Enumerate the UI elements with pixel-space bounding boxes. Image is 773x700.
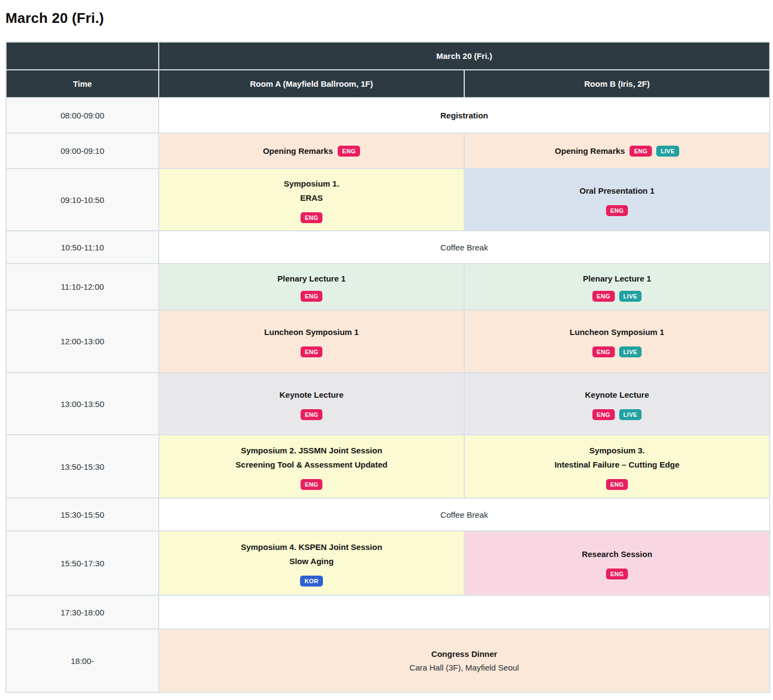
session-title: Opening Remarks [555,146,625,155]
schedule-row: 11:10-12:00 Plenary Lecture 1 ENG Plenar… [6,264,770,310]
time-cell: 12:00-13:00 [6,310,159,373]
page-title: March 20 (Fri.) [5,10,769,27]
session-cell-room-b: Research Session ENG [464,531,770,595]
eng-badge: ENG [301,409,323,420]
session-cell-room-b: Keynote Lecture ENG LIVE [464,373,770,435]
eng-badge: ENG [592,346,615,357]
time-cell: 15:30-15:50 [6,498,159,531]
session-title: Luncheon Symposium 1 [264,325,358,339]
session-subtitle: Intestinal Failure – Cutting Edge [554,458,679,472]
live-badge: LIVE [619,291,642,302]
time-cell: 10:50-11:10 [6,231,159,264]
eng-badge: ENG [301,479,323,490]
session-title: Symposium 2. JSSMN Joint Session [236,444,387,458]
span-cell: Coffee Break [159,231,770,264]
schedule-row: 13:00-13:50 Keynote Lecture ENG Keynote … [6,373,770,435]
session-title: Plenary Lecture 1 [583,272,651,286]
eng-badge: ENG [592,409,615,420]
time-cell: 15:50-17:30 [6,531,159,595]
schedule-row: 09:00-09:10 Opening Remarks ENG Opening … [6,133,770,169]
session-title: Congress Dinner [161,647,767,661]
span-cell: Congress Dinner Cara Hall (3F), Mayfield… [159,629,770,692]
session-cell-room-a: Symposium 2. JSSMN Joint Session Screeni… [159,435,464,498]
session-cell-room-a: Symposium 4. KSPEN Joint Session Slow Ag… [159,531,464,595]
session-title: Symposium 3. [554,444,679,458]
session-title: Luncheon Symposium 1 [570,325,664,339]
session-cell-room-a: Opening Remarks ENG [159,133,464,169]
time-cell: 18:00- [6,629,159,692]
session-title: Oral Presentation 1 [579,184,655,198]
live-badge: LIVE [619,346,642,357]
eng-badge: ENG [630,146,652,157]
session-subtitle: Slow Aging [241,554,382,569]
schedule-row: 18:00- Congress Dinner Cara Hall (3F), M… [6,629,770,692]
date-header-row: March 20 (Fri.) [6,42,770,70]
live-badge: LIVE [656,146,679,157]
session-subtitle: ERAS [284,191,339,205]
schedule-row: 12:00-13:00 Luncheon Symposium 1 ENG Lun… [6,310,770,373]
room-a-header: Room A (Mayfield Ballroom, 1F) [159,70,464,98]
schedule-row: 15:30-15:50 Coffee Break [6,498,770,531]
session-title: Registration [440,111,488,120]
session-cell-room-b: Plenary Lecture 1 ENG LIVE [464,264,770,310]
time-cell: 17:30-18:00 [6,595,159,629]
session-title: Research Session [582,547,652,561]
session-cell-room-a: Luncheon Symposium 1 ENG [159,310,464,373]
session-subtitle: Screening Tool & Assessment Updated [236,458,387,472]
session-cell-room-b: Luncheon Symposium 1 ENG LIVE [464,310,770,373]
span-cell: Coffee Break [159,498,770,531]
eng-badge: ENG [606,205,628,216]
schedule-row: 17:30-18:00 [6,595,770,629]
schedule-page: March 20 (Fri.) March 20 (Fri.) Time Roo… [0,0,773,696]
live-badge: LIVE [619,409,642,420]
kor-badge: KOR [300,576,322,587]
session-cell-room-b: Symposium 3. Intestinal Failure – Cuttin… [464,435,770,498]
session-cell-room-a: Symposium 1. ERAS ENG [159,169,464,231]
span-cell [159,595,770,629]
schedule-row: 08:00-09:00 Registration [6,98,770,133]
eng-badge: ENG [606,569,628,579]
time-cell: 09:00-09:10 [6,133,159,169]
session-cell-room-b: Oral Presentation 1 ENG [464,169,770,231]
eng-badge: ENG [592,291,615,302]
schedule-row: 10:50-11:10 Coffee Break [6,231,770,264]
time-cell: 08:00-09:00 [6,98,159,133]
time-cell: 13:50-15:30 [6,435,159,498]
room-b-header: Room B (Iris, 2F) [464,70,770,98]
span-cell: Registration [159,98,770,133]
eng-badge: ENG [606,479,628,490]
time-cell: 09:10-10:50 [6,169,159,231]
session-title: Symposium 1. [284,177,339,191]
session-title: Keynote Lecture [585,388,649,402]
time-cell: 11:10-12:00 [6,264,159,310]
eng-badge: ENG [301,212,323,223]
eng-badge: ENG [301,291,323,302]
session-cell-room-a: Plenary Lecture 1 ENG [159,264,464,310]
schedule-row: 15:50-17:30 Symposium 4. KSPEN Joint Ses… [6,531,770,595]
session-cell-room-b: Opening Remarks ENG LIVE [464,133,770,169]
session-title: Symposium 4. KSPEN Joint Session [241,540,382,554]
session-location: Cara Hall (3F), Mayfield Seoul [161,661,767,674]
eng-badge: ENG [338,146,360,157]
session-title: Coffee Break [440,510,488,519]
schedule-row: 13:50-15:30 Symposium 2. JSSMN Joint Ses… [6,435,770,498]
date-header-cell: March 20 (Fri.) [159,42,770,70]
schedule-row: 09:10-10:50 Symposium 1. ERAS ENG Oral P… [6,169,770,231]
schedule-table: March 20 (Fri.) Time Room A (Mayfield Ba… [5,41,770,693]
eng-badge: ENG [301,346,323,357]
column-header-row: Time Room A (Mayfield Ballroom, 1F) Room… [6,70,770,98]
time-cell: 13:00-13:50 [6,373,159,435]
empty-header-cell [6,42,159,70]
session-title: Opening Remarks [263,146,333,155]
session-title: Coffee Break [440,243,488,252]
session-title: Keynote Lecture [279,388,344,402]
session-cell-room-a: Keynote Lecture ENG [159,373,464,435]
time-column-header: Time [6,70,159,98]
session-title: Plenary Lecture 1 [277,272,345,286]
